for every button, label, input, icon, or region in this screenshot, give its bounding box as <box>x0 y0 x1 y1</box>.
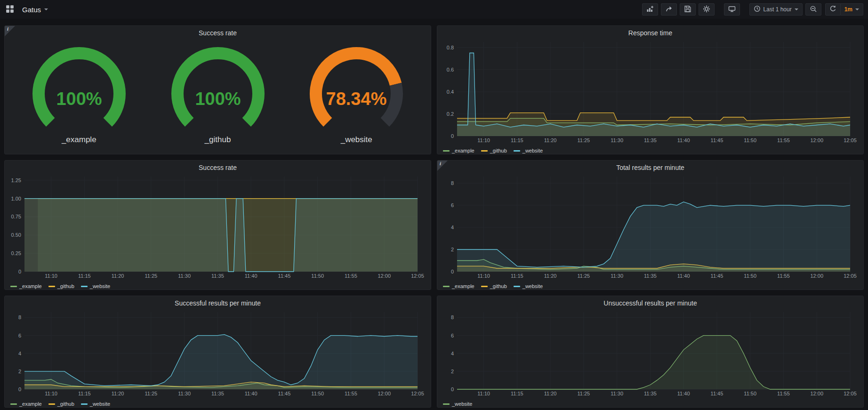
svg-text:12:00: 12:00 <box>378 273 391 279</box>
svg-text:12:05: 12:05 <box>411 273 424 279</box>
dashboard-grid: i Success rate 100%_example100%_github78… <box>0 19 868 408</box>
legend-item-_github[interactable]: _github <box>481 148 507 153</box>
time-range-button[interactable]: Last 1 hour <box>749 3 803 16</box>
panel-info-icon[interactable]: i <box>5 26 15 36</box>
zoom-out-button[interactable] <box>805 3 821 16</box>
legend-item-_website[interactable]: _website <box>443 401 472 407</box>
panel-title[interactable]: Unsuccessful results per minute <box>437 296 863 308</box>
svg-text:1.00: 1.00 <box>11 196 21 201</box>
svg-text:0.75: 0.75 <box>11 214 21 219</box>
panel-title[interactable]: Success rate <box>5 161 431 173</box>
share-button[interactable] <box>661 3 677 16</box>
svg-text:12:00: 12:00 <box>810 137 823 143</box>
legend-marker-icon <box>514 286 520 287</box>
legend-item-_example[interactable]: _example <box>443 148 474 153</box>
chart-plot[interactable]: 00.20.40.60.811:1011:1511:2011:2511:3011… <box>441 38 860 145</box>
svg-text:11:45: 11:45 <box>278 391 291 396</box>
svg-text:11:20: 11:20 <box>112 391 124 396</box>
svg-text:11:35: 11:35 <box>644 391 657 396</box>
tv-monitor-icon <box>728 5 736 14</box>
legend-marker-icon <box>443 150 450 152</box>
gauge-_example: 100%_example <box>11 47 147 145</box>
panel-title[interactable]: Successful results per minute <box>5 296 431 308</box>
panel-successful-results-per-minute: Successful results per minute 0246811:10… <box>4 296 431 408</box>
panel-total-results-per-minute: i Total results per minute 0246811:1011:… <box>437 160 864 290</box>
save-icon <box>684 5 691 14</box>
svg-text:11:50: 11:50 <box>744 391 756 396</box>
grid-lines <box>457 312 850 389</box>
svg-text:11:15: 11:15 <box>511 273 523 279</box>
grid-icon <box>6 5 14 15</box>
gauge-label: _website <box>288 135 425 145</box>
save-button[interactable] <box>680 3 696 16</box>
svg-text:12:05: 12:05 <box>844 391 857 396</box>
svg-text:11:45: 11:45 <box>278 273 291 279</box>
legend-item-_example[interactable]: _example <box>10 283 42 289</box>
svg-text:12:00: 12:00 <box>378 391 391 396</box>
clock-icon <box>754 5 761 14</box>
share-icon <box>665 5 673 14</box>
svg-text:4: 4 <box>451 225 454 230</box>
svg-text:11:55: 11:55 <box>345 391 357 396</box>
navbar-right: Last 1 hour 1m <box>642 3 863 16</box>
chart-plot[interactable]: 0246811:1011:1511:2011:2511:3011:3511:40… <box>8 308 427 398</box>
panel-success-rate-gauges: i Success rate 100%_example100%_github78… <box>4 25 431 154</box>
dashboards-menu-button[interactable] <box>5 3 15 16</box>
legend-marker-icon <box>481 150 488 152</box>
refresh-interval-button[interactable]: 1m <box>841 3 863 16</box>
chart-plot[interactable]: 00.250.500.751.001.2511:1011:1511:2011:2… <box>8 173 427 280</box>
svg-text:0.6: 0.6 <box>447 67 454 72</box>
panel-title[interactable]: Total results per minute <box>437 161 863 173</box>
svg-text:11:45: 11:45 <box>711 273 723 279</box>
svg-text:11:35: 11:35 <box>644 273 657 279</box>
legend-item-_website[interactable]: _website <box>514 283 543 289</box>
svg-text:11:30: 11:30 <box>178 273 191 279</box>
legend-item-_website[interactable]: _website <box>81 401 110 407</box>
settings-button[interactable] <box>699 3 715 16</box>
legend-item-_github[interactable]: _github <box>48 401 74 407</box>
svg-text:11:20: 11:20 <box>112 273 124 279</box>
panel-body: 0246811:1011:1511:2011:2511:3011:3511:40… <box>5 308 431 407</box>
dashboard-title-button[interactable]: Gatus <box>19 4 51 16</box>
svg-text:11:10: 11:10 <box>45 391 57 396</box>
refresh-group: 1m <box>825 3 863 16</box>
zoom-out-icon <box>810 5 817 14</box>
svg-text:0: 0 <box>451 269 454 274</box>
legend-item-_website[interactable]: _website <box>514 148 543 153</box>
panel-info-icon[interactable]: i <box>437 161 448 171</box>
gauge-value: 100% <box>56 89 102 109</box>
gauge-label: _github <box>150 135 286 145</box>
tv-mode-button[interactable] <box>724 3 740 16</box>
svg-text:8: 8 <box>451 314 454 320</box>
svg-text:11:30: 11:30 <box>611 391 623 396</box>
svg-text:0.50: 0.50 <box>11 232 21 238</box>
legend-item-_website[interactable]: _website <box>81 283 110 289</box>
svg-text:11:50: 11:50 <box>744 137 756 143</box>
legend-item-_example[interactable]: _example <box>443 283 474 289</box>
svg-text:11:35: 11:35 <box>211 391 224 396</box>
legend-label: _example <box>19 401 42 407</box>
svg-text:2: 2 <box>18 369 21 374</box>
caret-down-icon <box>795 8 798 10</box>
series-_website <box>24 199 418 272</box>
legend-item-_github[interactable]: _github <box>481 283 507 289</box>
svg-text:6: 6 <box>451 202 454 208</box>
legend-item-_github[interactable]: _github <box>48 283 74 289</box>
gauge-label: _example <box>11 135 147 145</box>
legend-label: _website <box>522 283 543 289</box>
gauge-arc: 100% <box>11 47 147 134</box>
svg-text:11:25: 11:25 <box>145 391 158 396</box>
gauge-value: 100% <box>195 89 241 109</box>
svg-text:8: 8 <box>18 314 21 320</box>
panel-title[interactable]: Success rate <box>5 26 431 38</box>
svg-text:12:05: 12:05 <box>411 391 424 396</box>
legend-item-_example[interactable]: _example <box>10 401 42 407</box>
refresh-button[interactable] <box>825 3 841 16</box>
legend-marker-icon <box>10 286 17 287</box>
svg-text:8: 8 <box>451 180 454 186</box>
svg-text:11:30: 11:30 <box>178 391 191 396</box>
panel-title[interactable]: Response time <box>437 26 863 38</box>
chart-plot[interactable]: 0246811:1011:1511:2011:2511:3011:3511:40… <box>441 308 860 398</box>
chart-plot[interactable]: 0246811:1011:1511:2011:2511:3011:3511:40… <box>441 173 860 280</box>
add-panel-button[interactable] <box>642 3 658 16</box>
